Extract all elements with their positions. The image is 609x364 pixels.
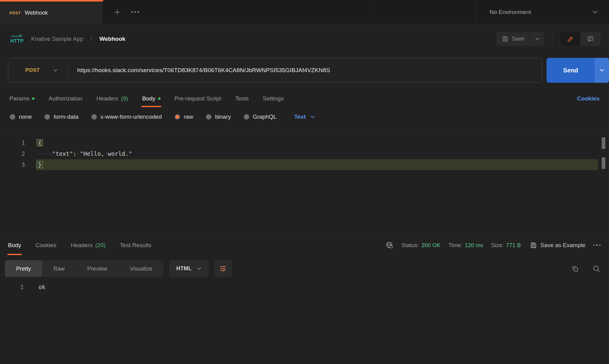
tab-authorization[interactable]: Authorization	[48, 90, 82, 107]
view-raw[interactable]: Raw	[42, 260, 76, 277]
comments-button[interactable]	[580, 32, 600, 46]
tab-headers[interactable]: Headers (9)	[96, 90, 128, 107]
copy-response-button[interactable]	[571, 265, 579, 273]
more-icon	[593, 244, 601, 246]
send-button[interactable]: Send	[547, 58, 595, 83]
search-response-button[interactable]	[593, 265, 600, 273]
radio-icon	[91, 114, 97, 120]
response-body-text: ok	[24, 284, 45, 290]
comment-icon	[587, 36, 594, 42]
status-pair: Status: 200 OK	[402, 242, 441, 249]
radio-x-www-form-urlencoded[interactable]: x-www-form-urlencoded	[91, 114, 162, 120]
tab-strip: POST Webhook	[0, 0, 373, 24]
tab-params[interactable]: Params	[9, 90, 34, 107]
scrollbar-thumb[interactable]	[602, 157, 605, 169]
response-tabs: Body Cookies Headers (20) Test Results	[8, 233, 151, 257]
response-tab-body[interactable]: Body	[8, 233, 21, 257]
tab-label: Body	[8, 242, 21, 249]
radio-label: GraphQL	[253, 114, 277, 120]
tab-label: Tests	[235, 95, 249, 102]
response-headers-count: (20)	[95, 242, 106, 249]
environment-selector[interactable]: No Environment	[476, 0, 609, 24]
status-label: Status:	[402, 242, 419, 249]
request-header: HTTP Knative Sample App / Webhook Sa	[0, 24, 609, 53]
save-button[interactable]: Save	[496, 32, 530, 46]
response-tab-test-results[interactable]: Test Results	[120, 233, 151, 257]
matched-brace: }	[37, 161, 43, 168]
cookies-link[interactable]: Cookies	[577, 95, 600, 102]
response-tab-cookies[interactable]: Cookies	[35, 233, 56, 257]
send-button-group: Send	[547, 58, 609, 83]
breadcrumb-collection[interactable]: Knative Sample App	[31, 36, 83, 42]
status-value: 200 OK	[421, 242, 441, 249]
line-number: 2	[0, 150, 25, 157]
code-text: }	[25, 161, 43, 168]
radio-graphql[interactable]: GraphQL	[244, 114, 277, 120]
view-preview[interactable]: Preview	[76, 260, 119, 277]
response-format-selector[interactable]: HTML	[169, 260, 209, 277]
raw-language-selector[interactable]: Text	[294, 114, 315, 120]
network-globe-icon[interactable]	[385, 241, 394, 249]
response-meta: Status: 200 OK Time: 120 ms Size: 771 B	[385, 241, 600, 249]
tab-label: Headers	[71, 242, 93, 249]
radio-selected-icon	[175, 114, 180, 120]
send-label: Send	[563, 67, 578, 74]
tab-settings[interactable]: Settings	[263, 90, 284, 107]
wrap-lines-icon	[219, 265, 227, 272]
scrollbar-thumb[interactable]	[602, 137, 605, 149]
radio-label: x-www-form-urlencoded	[101, 114, 162, 120]
new-tab-button[interactable]	[114, 9, 121, 16]
editor-scrollbar[interactable]	[602, 137, 605, 177]
save-label: Save	[512, 36, 524, 42]
chevron-down-icon	[535, 37, 540, 40]
tab-body[interactable]: Body	[142, 90, 160, 107]
view-pretty[interactable]: Pretty	[5, 260, 42, 277]
save-options-button[interactable]	[530, 32, 544, 46]
request-body-editor[interactable]: 1 { 2 ····"text":·"Hello,·world." 3 }	[0, 135, 609, 233]
tab-label: Pre-request Script	[175, 95, 221, 102]
wrap-lines-button[interactable]	[214, 260, 232, 277]
size-value: 771 B	[506, 242, 521, 249]
tab-options-button[interactable]	[131, 11, 139, 13]
response-line: 1 ok	[0, 282, 609, 292]
edit-documentation-button[interactable]	[560, 32, 580, 46]
body-active-dot	[158, 97, 161, 100]
time-label: Time:	[448, 242, 462, 249]
tab-label: Cookies	[35, 242, 56, 249]
response-options-button[interactable]	[593, 244, 601, 246]
top-tab-bar: POST Webhook No Environment	[0, 0, 609, 24]
response-body[interactable]: 1 ok	[0, 282, 609, 292]
send-options-button[interactable]	[595, 58, 609, 83]
save-as-example-button[interactable]: Save as Example	[530, 242, 586, 249]
chevron-down-icon	[197, 267, 201, 270]
chevron-down-icon	[600, 69, 604, 72]
view-label: Visualize	[130, 265, 152, 272]
environment-label: No Environment	[490, 9, 531, 16]
breadcrumb-request-name[interactable]: Webhook	[99, 36, 125, 42]
breadcrumb-separator: /	[90, 36, 92, 42]
url-input[interactable]: https://hooks.slack.com/services/T06TD83…	[69, 67, 330, 74]
tab-pre-request-script[interactable]: Pre-request Script	[175, 90, 221, 107]
radio-binary[interactable]: binary	[206, 114, 231, 120]
json-key: "text":	[52, 150, 76, 157]
radio-raw[interactable]: raw	[175, 114, 193, 120]
tab-label: Settings	[263, 95, 284, 102]
code-line: 2 ····"text":·"Hello,·world."	[0, 148, 609, 159]
line-number: 3	[0, 161, 25, 168]
radio-none[interactable]: none	[10, 114, 32, 120]
chevron-down-icon	[310, 116, 315, 118]
view-visualize[interactable]: Visualize	[119, 260, 164, 277]
response-tab-headers[interactable]: Headers (20)	[71, 233, 106, 257]
json-value: world."	[108, 150, 132, 157]
radio-icon	[244, 114, 249, 120]
request-tab[interactable]: POST Webhook	[0, 0, 103, 24]
radio-form-data[interactable]: form-data	[44, 114, 78, 120]
save-as-example-label: Save as Example	[540, 242, 586, 249]
size-pair: Size: 771 B	[491, 242, 521, 249]
url-bar: POST https://hooks.slack.com/services/T0…	[8, 58, 542, 83]
copy-icon	[571, 265, 579, 273]
method-selector[interactable]: POST	[8, 67, 69, 73]
radio-label: form-data	[54, 114, 78, 120]
tab-label: Body	[142, 95, 155, 102]
tab-tests[interactable]: Tests	[235, 90, 249, 107]
